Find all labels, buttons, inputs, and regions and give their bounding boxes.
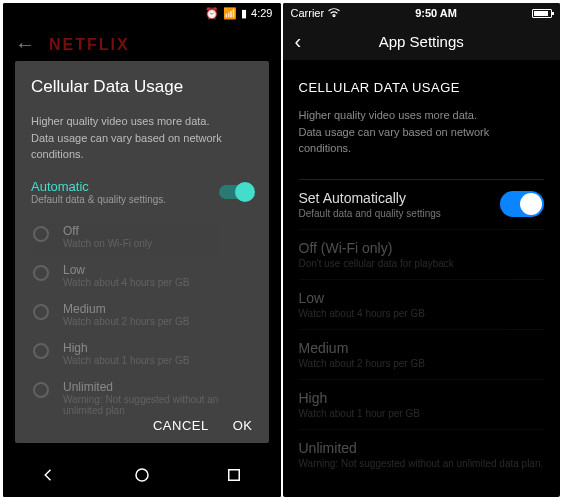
quality-option[interactable]: OffWatch on Wi-Fi only (31, 217, 253, 256)
quality-options: OffWatch on Wi-Fi onlyLowWatch about 4 h… (31, 217, 253, 423)
nav-back-icon[interactable] (40, 466, 58, 488)
quality-option: MediumWatch about 2 hours per GB (299, 329, 545, 379)
app-header: ← NETFLIX (3, 23, 281, 66)
dialog-title: Cellular Data Usage (31, 77, 253, 97)
ios-screen: Carrier 9:50 AM ‹ App Settings CELLULAR … (283, 3, 561, 497)
quality-option[interactable]: HighWatch about 1 hours per GB (31, 334, 253, 373)
option-label: Unlimited (299, 440, 544, 456)
wifi-icon (328, 7, 340, 19)
option-sublabel: Don't use cellular data for playback (299, 258, 454, 269)
cellular-data-dialog: Cellular Data Usage Higher quality video… (15, 61, 269, 443)
radio-icon (33, 382, 49, 398)
option-label: Low (63, 263, 189, 277)
automatic-label: Automatic (31, 179, 166, 194)
svg-point-0 (136, 469, 148, 481)
option-label: High (299, 390, 420, 406)
ok-button[interactable]: OK (233, 418, 253, 433)
back-icon[interactable]: ‹ (295, 30, 302, 53)
nav-home-icon[interactable] (133, 466, 151, 488)
svg-rect-1 (229, 470, 240, 481)
option-sublabel: Watch about 4 hours per GB (299, 308, 425, 319)
automatic-toggle-row[interactable]: Automatic Default data & quality setting… (31, 179, 253, 205)
option-sublabel: Watch about 2 hours per GB (299, 358, 425, 369)
radio-icon (33, 226, 49, 242)
section-description: Higher quality video uses more data. Dat… (299, 107, 545, 157)
battery-icon: ▮ (241, 7, 247, 20)
alarm-icon: ⏰ (205, 7, 219, 20)
ios-status-bar: Carrier 9:50 AM (283, 3, 561, 23)
quality-option[interactable]: LowWatch about 4 hours per GB (31, 256, 253, 295)
radio-icon (33, 265, 49, 281)
battery-icon (532, 9, 552, 18)
section-header: CELLULAR DATA USAGE (299, 80, 545, 95)
status-time: 4:29 (251, 7, 272, 19)
quality-option: UnlimitedWarning: Not suggested without … (299, 429, 545, 479)
option-sublabel: Warning: Not suggested without an unlimi… (299, 458, 544, 469)
option-label: Off (Wi-Fi only) (299, 240, 454, 256)
netflix-logo: NETFLIX (49, 36, 130, 54)
header-title: App Settings (379, 33, 464, 50)
quality-option: Off (Wi-Fi only)Don't use cellular data … (299, 229, 545, 279)
back-icon[interactable]: ← (15, 33, 35, 56)
android-status-bar: ⏰ 📶 ▮ 4:29 (3, 3, 281, 23)
set-automatically-row[interactable]: Set Automatically Default data and quali… (299, 179, 545, 229)
option-label: Medium (299, 340, 425, 356)
option-sublabel: Watch on Wi-Fi only (63, 238, 152, 249)
quality-option[interactable]: MediumWatch about 2 hours per GB (31, 295, 253, 334)
set-automatically-sublabel: Default data and quality settings (299, 208, 441, 219)
option-sublabel: Warning: Not suggested without an unlimi… (63, 394, 251, 416)
option-label: Unlimited (63, 380, 251, 394)
signal-icon: 📶 (223, 7, 237, 20)
quality-option: HighWatch about 1 hour per GB (299, 379, 545, 429)
option-label: High (63, 341, 189, 355)
nav-recent-icon[interactable] (225, 466, 243, 488)
android-nav-bar (3, 457, 281, 497)
status-time: 9:50 AM (415, 7, 457, 19)
option-label: Medium (63, 302, 189, 316)
set-automatically-label: Set Automatically (299, 190, 441, 206)
automatic-switch[interactable] (219, 185, 253, 199)
quality-option[interactable]: UnlimitedWarning: Not suggested without … (31, 373, 253, 423)
option-sublabel: Watch about 2 hours per GB (63, 316, 189, 327)
carrier-label: Carrier (291, 7, 325, 19)
radio-icon (33, 304, 49, 320)
set-automatically-switch[interactable] (500, 191, 544, 217)
quality-option: LowWatch about 4 hours per GB (299, 279, 545, 329)
radio-icon (33, 343, 49, 359)
option-sublabel: Watch about 4 hours per GB (63, 277, 189, 288)
option-sublabel: Watch about 1 hour per GB (299, 408, 420, 419)
dialog-description: Higher quality video uses more data. Dat… (31, 113, 253, 163)
option-label: Low (299, 290, 425, 306)
option-sublabel: Watch about 1 hours per GB (63, 355, 189, 366)
automatic-sublabel: Default data & quality settings. (31, 194, 166, 205)
option-label: Off (63, 224, 152, 238)
cancel-button[interactable]: CANCEL (153, 418, 209, 433)
ios-app-header: ‹ App Settings (283, 23, 561, 60)
android-screen: ⏰ 📶 ▮ 4:29 ← NETFLIX C N A N Q S C C B C… (3, 3, 281, 497)
